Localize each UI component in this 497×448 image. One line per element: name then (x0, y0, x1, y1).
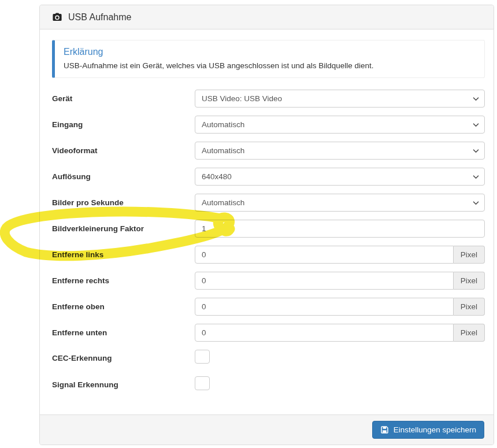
field-label-eingang: Eingang (52, 120, 195, 129)
field-control: Automatisch (195, 194, 485, 212)
eingang-select[interactable]: Automatisch (195, 116, 485, 134)
panel-body: Erklärung USB-Aufnahme ist ein Gerät, we… (40, 29, 494, 393)
cec-erkennung-checkbox[interactable] (195, 350, 210, 364)
form-row-entferne-links: Entferne linksPixel (52, 246, 485, 264)
explanation-callout: Erklärung USB-Aufnahme ist ein Gerät, we… (52, 40, 485, 78)
unit-addon: Pixel (454, 246, 485, 264)
field-control: USB Video: USB Video (195, 90, 485, 108)
usb-capture-panel: USB Aufnahme Erklärung USB-Aufnahme ist … (39, 5, 494, 445)
panel-footer: Einstellungen speichern (40, 414, 494, 445)
field-control: Automatisch (195, 116, 485, 134)
field-label-entferne-oben: Entferne oben (52, 302, 195, 311)
form-row-bildverkleinerung-faktor: Bildverkleinerung Faktor (52, 220, 485, 238)
form-row-geraet: GerätUSB Video: USB Video (52, 90, 485, 108)
form-row-aufloesung: Auflösung640x480 (52, 168, 485, 186)
unit-addon: Pixel (454, 272, 485, 290)
aufloesung-select[interactable]: 640x480 (195, 168, 485, 186)
field-control: Pixel (195, 324, 485, 342)
bilder-pro-sekunde-select[interactable]: Automatisch (195, 194, 485, 212)
entferne-oben-input[interactable] (195, 298, 454, 316)
field-label-signal-erkennung: Signal Erkennung (52, 380, 195, 389)
form-row-entferne-rechts: Entferne rechtsPixel (52, 272, 485, 290)
videoformat-select[interactable]: Automatisch (195, 142, 485, 160)
field-control: Pixel (195, 272, 485, 290)
field-control: 640x480 (195, 168, 485, 186)
callout-title: Erklärung (64, 47, 476, 57)
field-label-bilder-pro-sekunde: Bilder pro Sekunde (52, 198, 195, 207)
form-row-entferne-unten: Entferne untenPixel (52, 324, 485, 342)
save-button-label: Einstellungen speichern (394, 425, 476, 434)
field-control (195, 350, 485, 366)
field-control (195, 220, 485, 238)
field-label-entferne-rechts: Entferne rechts (52, 276, 195, 285)
callout-text: USB-Aufnahme ist ein Gerät, welches via … (64, 61, 476, 70)
field-control: Pixel (195, 298, 485, 316)
signal-erkennung-checkbox[interactable] (195, 376, 210, 390)
camera-icon (52, 12, 62, 23)
input-group: Pixel (195, 298, 485, 316)
geraet-select[interactable]: USB Video: USB Video (195, 90, 485, 108)
input-group: Pixel (195, 272, 485, 290)
field-label-videoformat: Videoformat (52, 146, 195, 155)
field-control: Automatisch (195, 142, 485, 160)
input-group: Pixel (195, 246, 485, 264)
entferne-links-input[interactable] (195, 246, 454, 264)
field-label-entferne-unten: Entferne unten (52, 328, 195, 337)
form-row-videoformat: VideoformatAutomatisch (52, 142, 485, 160)
field-label-aufloesung: Auflösung (52, 172, 195, 181)
form-row-eingang: EingangAutomatisch (52, 116, 485, 134)
field-label-entferne-links: Entferne links (52, 250, 195, 259)
entferne-rechts-input[interactable] (195, 272, 454, 290)
form-row-bilder-pro-sekunde: Bilder pro SekundeAutomatisch (52, 194, 485, 212)
unit-addon: Pixel (454, 324, 485, 342)
input-group: Pixel (195, 324, 485, 342)
panel-title: USB Aufnahme (68, 12, 131, 23)
save-settings-button[interactable]: Einstellungen speichern (372, 421, 484, 439)
form-row-signal-erkennung: Signal Erkennung (52, 376, 485, 393)
field-control: Pixel (195, 246, 485, 264)
field-label-bildverkleinerung-faktor: Bildverkleinerung Faktor (52, 224, 195, 233)
panel-header: USB Aufnahme (40, 5, 494, 29)
unit-addon: Pixel (454, 298, 485, 316)
field-control (195, 376, 485, 393)
settings-form: GerätUSB Video: USB VideoEingangAutomati… (52, 90, 485, 393)
entferne-unten-input[interactable] (195, 324, 454, 342)
form-row-cec-erkennung: CEC-Erkennung (52, 350, 485, 366)
field-label-geraet: Gerät (52, 94, 195, 103)
save-icon (380, 425, 389, 434)
bildverkleinerung-faktor-input[interactable] (195, 220, 485, 238)
form-row-entferne-oben: Entferne obenPixel (52, 298, 485, 316)
field-label-cec-erkennung: CEC-Erkennung (52, 354, 195, 362)
